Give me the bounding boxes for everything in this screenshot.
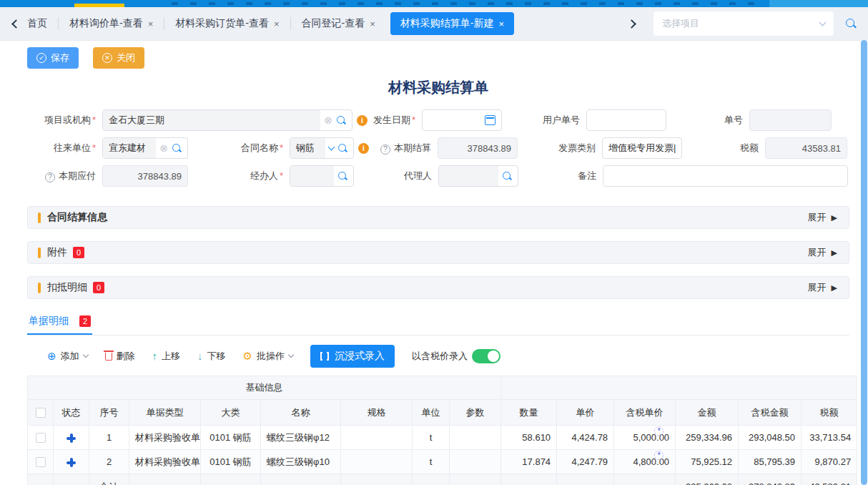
tab-close-icon[interactable]: ×	[274, 19, 280, 29]
chevron-down-icon[interactable]	[328, 144, 335, 151]
tax-price-entry-label: 以含税价录入	[412, 350, 468, 363]
date-field[interactable]	[422, 109, 502, 131]
col-doc-type: 单据类型	[129, 400, 201, 426]
calendar-icon[interactable]	[485, 115, 495, 125]
add-label: 添加	[61, 350, 79, 363]
section-attachments[interactable]: 附件 0 展开 ▶	[27, 241, 849, 264]
agent-value	[439, 166, 498, 186]
price-tax-cell[interactable]: *4,800.00	[614, 450, 676, 474]
vertical-scrollbar[interactable]	[861, 40, 867, 485]
help-icon[interactable]	[380, 144, 390, 155]
expand-control[interactable]: 展开 ▶	[808, 281, 837, 294]
spec-cell[interactable]	[341, 450, 413, 474]
name-cell[interactable]: 螺纹三级钢φ10	[261, 450, 341, 474]
save-button[interactable]: ✓ 保存	[27, 47, 79, 69]
help-icon[interactable]	[45, 172, 55, 182]
price-cell[interactable]: 4,247.79	[557, 450, 614, 474]
info-icon[interactable]	[357, 115, 368, 126]
amount-cell: 75,925.12	[676, 450, 739, 474]
tax-field: 43583.81	[765, 137, 847, 159]
info-icon[interactable]	[358, 143, 369, 154]
tab-bar: 首页 材料询价单-查看 × 材料采购订货单-查看 × 合同登记-查看 × 材料采…	[0, 7, 868, 40]
handler-field[interactable]	[290, 165, 354, 187]
search-icon[interactable]	[337, 171, 347, 181]
group-header-basic-info: 基础信息	[28, 376, 501, 400]
name-cell[interactable]: 螺纹三级钢φ12	[261, 426, 341, 450]
tab-home[interactable]: 首页	[19, 12, 55, 35]
empty-cell	[413, 474, 450, 485]
move-up-label: 上移	[162, 350, 180, 363]
count-badge: 0	[93, 282, 104, 293]
tab-material-inquiry[interactable]: 材料询价单-查看 ×	[61, 12, 161, 35]
edited-asterisk-marker-icon: *	[654, 426, 664, 436]
param-cell[interactable]	[450, 450, 501, 474]
tab-close-icon[interactable]: ×	[148, 19, 154, 29]
col-qty: 数量	[501, 400, 557, 426]
agent-field[interactable]	[438, 165, 518, 187]
search-icon[interactable]	[172, 143, 182, 153]
vendor-field[interactable]: 宜东建材 ⊗	[102, 137, 188, 159]
contract-field[interactable]: 钢筋	[290, 137, 354, 159]
qty-cell[interactable]: 58.610	[501, 426, 557, 450]
status-cell	[54, 450, 89, 474]
price-cell[interactable]: 4,424.78	[557, 426, 614, 450]
remark-field[interactable]	[603, 165, 848, 187]
empty-cell	[261, 474, 341, 485]
tab-purchase-order[interactable]: 材料采购订货单-查看 ×	[167, 12, 287, 35]
section-title: 附件	[47, 246, 67, 259]
price-tax-cell[interactable]: *5,000.00	[614, 426, 676, 450]
expand-control[interactable]: 展开 ▶	[808, 246, 837, 259]
clear-icon[interactable]: ⊗	[324, 115, 332, 125]
tax-price-entry-toggle[interactable]	[472, 349, 500, 363]
search-icon[interactable]	[336, 115, 346, 125]
param-cell[interactable]	[450, 426, 501, 450]
spec-cell[interactable]	[341, 426, 413, 450]
delete-button[interactable]: 删除	[105, 350, 135, 363]
vendor-value: 宜东建材	[103, 138, 156, 158]
section-contract-settlement[interactable]: 合同结算信息 展开 ▶	[27, 206, 849, 229]
amount-tax-cell: 293,048.50	[739, 426, 802, 450]
add-button[interactable]: ⊕ 添加	[47, 350, 88, 363]
invoice-type-field[interactable]: 增值税专用发票|13	[602, 137, 682, 159]
section-deduction-detail[interactable]: 扣抵明细 0 展开 ▶	[27, 276, 849, 299]
project-select[interactable]: 选择项目	[654, 11, 834, 36]
tab-contract-register[interactable]: 合同登记-查看 ×	[294, 12, 383, 35]
contract-value: 钢筋	[290, 138, 325, 158]
col-spec: 规格	[341, 400, 413, 426]
expand-control[interactable]: 展开 ▶	[808, 211, 837, 224]
search-icon[interactable]	[502, 171, 512, 181]
tab-close-icon[interactable]: ×	[498, 19, 504, 29]
current-settle-value: 378843.89	[444, 143, 511, 154]
row-checkbox[interactable]	[36, 433, 46, 443]
save-button-label: 保存	[51, 52, 69, 64]
form-page: ✓ 保存 ✕ 关闭 材料采购结算单 项目或机构 金石大厦三期 ⊗ 发生日期 用户…	[0, 40, 868, 485]
close-circle-icon: ✕	[102, 53, 112, 63]
close-button[interactable]: ✕ 关闭	[93, 47, 144, 69]
search-icon[interactable]	[337, 143, 347, 153]
column-header-row: 状态 序号 单据类型 大类 名称 规格 单位 参数 数量 单价 含税单价 金额 …	[28, 400, 857, 426]
qty-cell[interactable]: 17.874	[501, 450, 557, 474]
app-top-bar	[0, 0, 868, 7]
user-no-field[interactable]	[586, 109, 666, 131]
tab-settlement-new-active[interactable]: 材料采购结算单-新建 ×	[390, 12, 514, 35]
clear-icon[interactable]: ⊗	[159, 143, 168, 153]
batch-operation-button[interactable]: ⚙ 批操作	[243, 350, 293, 363]
immersive-entry-button[interactable]: 沉浸式录入	[310, 345, 395, 368]
tab-close-icon[interactable]: ×	[370, 19, 375, 29]
tab-separator	[164, 17, 164, 30]
tab-document-detail[interactable]: 单据明细 2	[27, 311, 92, 335]
project-field[interactable]: 金石大厦三期 ⊗	[102, 109, 352, 131]
chevron-down-icon	[82, 352, 88, 358]
doc-type-cell: 材料采购验收单	[129, 426, 201, 450]
section-title: 合同结算信息	[47, 211, 107, 224]
move-down-button[interactable]: ↓ 下移	[197, 350, 226, 363]
select-all-checkbox[interactable]	[36, 408, 46, 418]
search-icon[interactable]	[845, 18, 857, 29]
empty-cell	[28, 474, 54, 485]
grid-toolbar: ⊕ 添加 删除 ↑ 上移 ↓ 下移 ⚙ 批操作 沉浸式录入 以含税价录入	[27, 335, 849, 376]
move-up-button[interactable]: ↑ 上移	[152, 350, 181, 363]
top-bar-right-segment	[769, 0, 868, 7]
row-checkbox[interactable]	[36, 457, 46, 467]
tabs-scroll-right-icon[interactable]	[627, 19, 636, 29]
current-settle-label: 本期结算	[369, 142, 438, 155]
